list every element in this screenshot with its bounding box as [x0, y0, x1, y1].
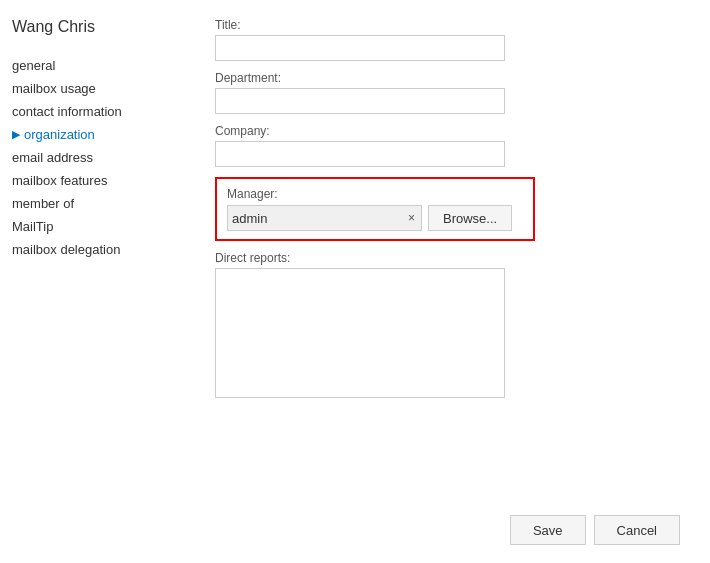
sidebar: Wang Chris general mailbox usage contact… — [0, 0, 185, 563]
sidebar-item-label: mailbox delegation — [12, 242, 120, 257]
browse-button[interactable]: Browse... — [428, 205, 512, 231]
active-arrow-icon: ▶ — [12, 128, 20, 141]
cancel-button[interactable]: Cancel — [594, 515, 680, 545]
title-group: Title: — [215, 18, 680, 61]
sidebar-item-label: general — [12, 58, 55, 73]
manager-clear-button[interactable]: × — [406, 211, 417, 225]
manager-section: Manager: admin × Browse... — [215, 177, 535, 241]
manager-label: Manager: — [227, 187, 523, 201]
manager-value: admin — [232, 211, 406, 226]
direct-reports-label: Direct reports: — [215, 251, 680, 265]
title-label: Title: — [215, 18, 680, 32]
direct-reports-group: Direct reports: — [215, 251, 680, 398]
sidebar-item-mailbox-delegation[interactable]: mailbox delegation — [12, 238, 173, 261]
sidebar-item-label: mailbox usage — [12, 81, 96, 96]
company-label: Company: — [215, 124, 680, 138]
manager-input-wrap: admin × — [227, 205, 422, 231]
sidebar-item-contact-information[interactable]: contact information — [12, 100, 173, 123]
sidebar-item-mailbox-features[interactable]: mailbox features — [12, 169, 173, 192]
company-group: Company: — [215, 124, 680, 167]
company-input[interactable] — [215, 141, 505, 167]
footer: Save Cancel — [215, 505, 680, 545]
sidebar-item-organization[interactable]: ▶ organization — [12, 123, 173, 146]
department-input[interactable] — [215, 88, 505, 114]
department-group: Department: — [215, 71, 680, 114]
sidebar-item-label: MailTip — [12, 219, 53, 234]
direct-reports-box — [215, 268, 505, 398]
sidebar-item-mailtip[interactable]: MailTip — [12, 215, 173, 238]
sidebar-item-general[interactable]: general — [12, 54, 173, 77]
sidebar-item-email-address[interactable]: email address — [12, 146, 173, 169]
sidebar-item-label: mailbox features — [12, 173, 107, 188]
save-button[interactable]: Save — [510, 515, 586, 545]
title-input[interactable] — [215, 35, 505, 61]
sidebar-item-member-of[interactable]: member of — [12, 192, 173, 215]
sidebar-item-label: email address — [12, 150, 93, 165]
sidebar-item-label: contact information — [12, 104, 122, 119]
page-title: Wang Chris — [12, 18, 173, 36]
manager-row: admin × Browse... — [227, 205, 523, 231]
sidebar-item-label: organization — [24, 127, 95, 142]
department-label: Department: — [215, 71, 680, 85]
sidebar-item-label: member of — [12, 196, 74, 211]
sidebar-item-mailbox-usage[interactable]: mailbox usage — [12, 77, 173, 100]
main-content: Title: Department: Company: Manager: adm… — [185, 0, 710, 563]
